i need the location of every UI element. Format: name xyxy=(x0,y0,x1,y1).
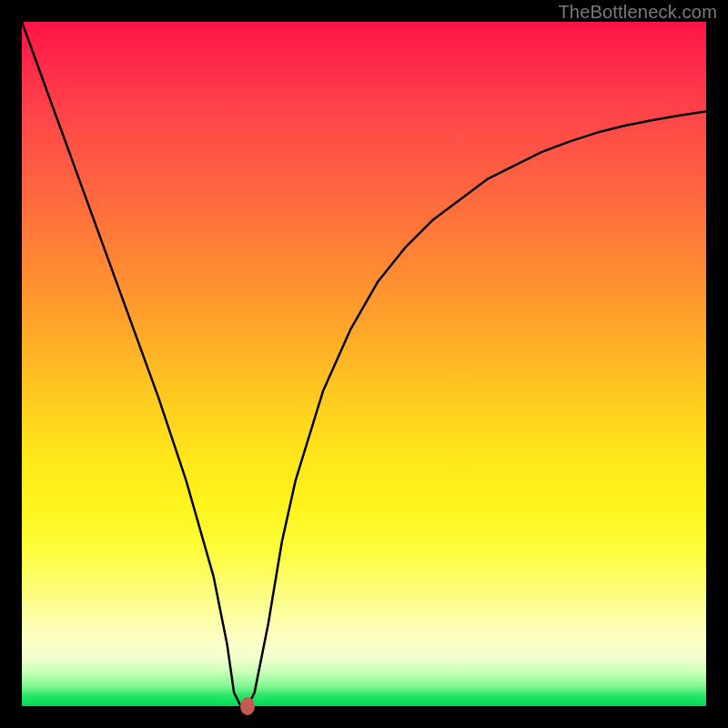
bottleneck-curve xyxy=(22,22,706,706)
chart-frame: TheBottleneck.com xyxy=(0,0,728,728)
attribution-label: TheBottleneck.com xyxy=(558,2,717,23)
plot-area xyxy=(22,22,706,706)
optimal-point-marker xyxy=(240,697,255,715)
